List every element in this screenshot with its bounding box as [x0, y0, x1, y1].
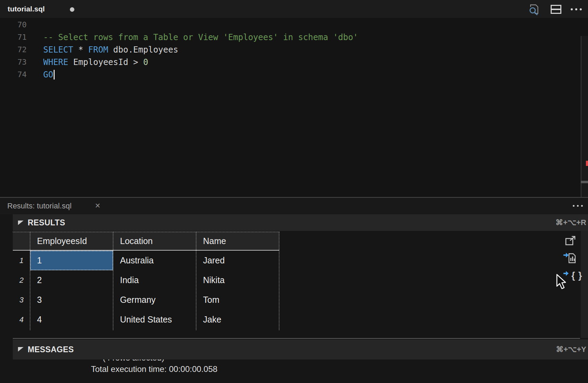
grid-corner: [13, 232, 30, 250]
table-row: 11AustraliaJared: [13, 251, 279, 270]
line-number: 72: [0, 44, 27, 56]
grid-bottom-border: [13, 338, 580, 339]
close-results-icon[interactable]: ✕: [95, 198, 101, 214]
dirty-indicator-icon[interactable]: [70, 7, 74, 12]
selected-grid-cell[interactable]: 1: [30, 251, 113, 270]
row-number[interactable]: 2: [13, 270, 30, 290]
results-more-actions-icon[interactable]: [573, 205, 583, 207]
code-line[interactable]: SELECT * FROM dbo.Employees: [43, 44, 578, 56]
maximize-grid-button[interactable]: [565, 236, 576, 247]
code-line[interactable]: WHERE EmployeesId > 0: [43, 56, 578, 68]
error-marker-icon: [586, 161, 588, 166]
results-grid[interactable]: 11AustraliaJared22IndiaNikita33GermanyTo…: [13, 251, 279, 329]
grid-cell[interactable]: Tom: [196, 290, 279, 310]
code-line[interactable]: [43, 19, 578, 31]
code-token: -- Select rows from a Table or View 'Emp…: [43, 32, 358, 42]
grid-cell[interactable]: 2: [30, 270, 113, 290]
line-number: 70: [0, 19, 27, 31]
column-header-employeesid[interactable]: EmployeesId: [30, 232, 113, 250]
collapse-triangle-icon[interactable]: [18, 347, 24, 352]
results-section-label: RESULTS: [28, 214, 65, 231]
app-window: tutorial.sql 7071727374 -- Select rows f…: [0, 0, 588, 383]
scrollbar-slider[interactable]: [581, 181, 588, 183]
code-token: 0: [143, 57, 148, 67]
code-token: EmployeesId >: [68, 57, 143, 67]
text-cursor-icon: [54, 70, 55, 80]
collapse-triangle-icon[interactable]: [18, 221, 24, 225]
grid-cell[interactable]: Germany: [113, 290, 196, 310]
table-row: 44United StatesJake: [13, 310, 279, 329]
column-separator[interactable]: [113, 232, 113, 330]
code-token: SELECT: [43, 45, 73, 55]
messages-section-header[interactable]: MESSAGES ⌘+⌥+Y: [13, 339, 588, 359]
code-token: FROM: [88, 45, 108, 55]
grid-cell[interactable]: Jake: [196, 310, 279, 329]
grid-cell[interactable]: Jared: [196, 251, 279, 270]
overview-ruler[interactable]: [581, 36, 588, 215]
code-token: WHERE: [43, 57, 68, 67]
column-separator[interactable]: [279, 232, 279, 330]
column-separator[interactable]: [30, 232, 30, 330]
editor-more-actions-icon[interactable]: [571, 8, 582, 10]
grid-cell[interactable]: India: [113, 270, 196, 290]
messages-section-label: MESSAGES: [28, 339, 74, 359]
grid-cell[interactable]: 4: [30, 310, 113, 329]
row-number[interactable]: 4: [13, 310, 30, 329]
grid-cell[interactable]: United States: [113, 310, 196, 329]
row-number[interactable]: 3: [13, 290, 30, 310]
results-tab[interactable]: Results: tutorial.sql: [7, 198, 72, 214]
code-token: dbo.Employees: [108, 45, 178, 55]
table-row: 22IndiaNikita: [13, 270, 279, 290]
grid-cell[interactable]: 3: [30, 290, 113, 310]
split-editor-icon[interactable]: [551, 5, 561, 15]
editor-tab[interactable]: tutorial.sql: [8, 0, 45, 18]
code-line[interactable]: -- Select rows from a Table or View 'Emp…: [43, 31, 578, 44]
results-shortcut: ⌘+⌥+R: [555, 214, 586, 231]
code-content[interactable]: -- Select rows from a Table or View 'Emp…: [43, 19, 578, 81]
grid-header-row: EmployeesIdLocationName: [13, 232, 279, 250]
grid-cell[interactable]: Australia: [113, 251, 196, 270]
results-panel-tab-row: Results: tutorial.sql ✕: [0, 198, 588, 214]
open-preview-icon[interactable]: [528, 4, 540, 17]
code-editor[interactable]: 7071727374 -- Select rows from a Table o…: [0, 18, 588, 197]
code-line[interactable]: GO: [43, 68, 578, 81]
results-section-header[interactable]: RESULTS ⌘+⌥+R: [13, 214, 588, 231]
line-number: 71: [0, 31, 27, 44]
line-number: 74: [0, 68, 27, 81]
column-separator[interactable]: [196, 232, 196, 330]
table-row: 33GermanyTom: [13, 290, 279, 310]
messages-shortcut: ⌘+⌥+Y: [556, 339, 586, 359]
line-number-gutter: 7071727374: [0, 19, 27, 81]
column-header-name[interactable]: Name: [196, 232, 279, 250]
row-number[interactable]: 1: [13, 251, 30, 270]
line-number: 73: [0, 56, 27, 68]
editor-tab-bar: tutorial.sql: [0, 0, 588, 18]
code-token: *: [73, 45, 88, 55]
grid-cell[interactable]: Nikita: [196, 270, 279, 290]
json-braces-glyph: { }: [571, 270, 582, 281]
mouse-cursor-icon: [555, 274, 567, 292]
message-total-time: Total execution time: 00:00:00.058: [91, 364, 218, 374]
column-header-location[interactable]: Location: [113, 232, 196, 250]
save-as-chart-button[interactable]: [563, 252, 576, 265]
code-token: GO: [43, 70, 53, 80]
overview-ruler-border: [581, 36, 581, 215]
